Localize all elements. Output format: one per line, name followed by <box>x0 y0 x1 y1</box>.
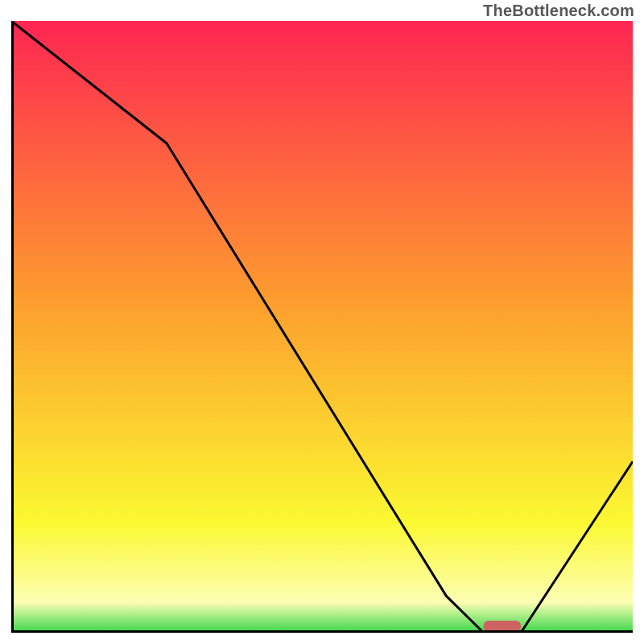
watermark-text: TheBottleneck.com <box>483 2 634 20</box>
axes-frame <box>11 21 633 633</box>
chart-container: TheBottleneck.com <box>0 0 644 644</box>
